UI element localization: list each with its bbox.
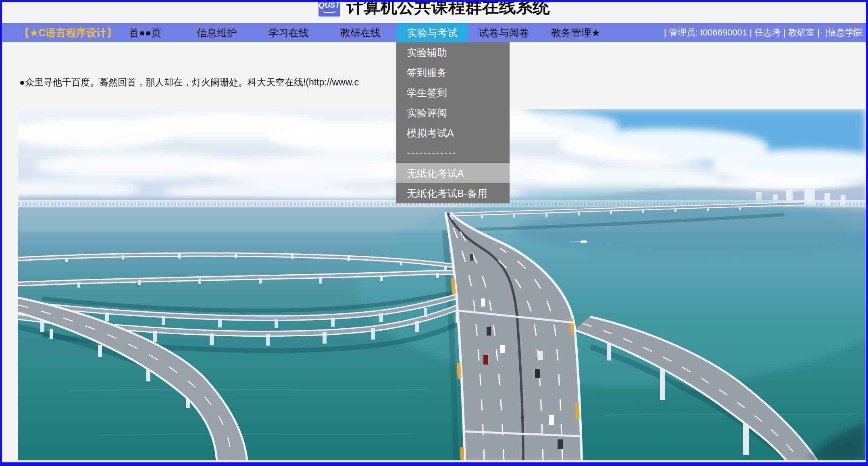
- dropdown-item-paperless-exam-b[interactable]: 无纸化考试B-备用: [396, 183, 510, 203]
- header: QUST 计算机公共课程群在线系统: [2, 2, 866, 23]
- nav-item-home[interactable]: 首●●页: [109, 23, 181, 42]
- course-label: 【★C语言程序设计】: [2, 23, 109, 42]
- nav-item-academic-admin[interactable]: 教务管理★: [540, 23, 612, 42]
- nav-item-papers-grading[interactable]: 试卷与阅卷: [468, 23, 540, 42]
- dropdown-item-signin-service[interactable]: 签到服务: [396, 62, 510, 83]
- nav-item-research-online[interactable]: 教研在线: [325, 23, 396, 42]
- dropdown-item-paperless-exam-a[interactable]: 无纸化考试A: [396, 163, 510, 183]
- page-title: 计算机公共课程群在线系统: [347, 0, 550, 17]
- nav-item-experiment-exam-label: 实验与考试: [407, 26, 458, 39]
- page-root: QUST 计算机公共课程群在线系统 【★C语言程序设计】 首●●页 信息维护 学…: [0, 0, 868, 466]
- qust-logo-swoosh-icon: [323, 8, 336, 13]
- dropdown-item-student-signin[interactable]: 学生签到: [396, 83, 510, 103]
- nav-item-study-online[interactable]: 学习在线: [253, 23, 325, 42]
- qust-logo: QUST: [318, 0, 340, 17]
- dropdown-item-mock-exam-a[interactable]: 模拟考试A: [396, 123, 510, 143]
- user-info[interactable]: | 管理员: t006690001 | 任志考 | 教研室 |- |信息学院: [664, 23, 866, 42]
- header-inner: QUST 计算机公共课程群在线系统: [318, 0, 550, 17]
- experiment-exam-dropdown: 实验辅助 签到服务 学生签到 实验评阅 模拟考试A ------------ 无…: [396, 42, 510, 203]
- navbar: 【★C语言程序设计】 首●●页 信息维护 学习在线 教研在线 实验与考试 实验辅…: [2, 23, 866, 42]
- dropdown-item-experiment-assist[interactable]: 实验辅助: [396, 42, 510, 62]
- nav-item-experiment-exam[interactable]: 实验与考试 实验辅助 签到服务 学生签到 实验评阅 模拟考试A --------…: [396, 23, 468, 42]
- nav-item-info-maintenance[interactable]: 信息维护: [181, 23, 253, 42]
- dropdown-item-experiment-review[interactable]: 实验评阅: [396, 103, 510, 123]
- dropdown-separator: ------------: [396, 143, 510, 163]
